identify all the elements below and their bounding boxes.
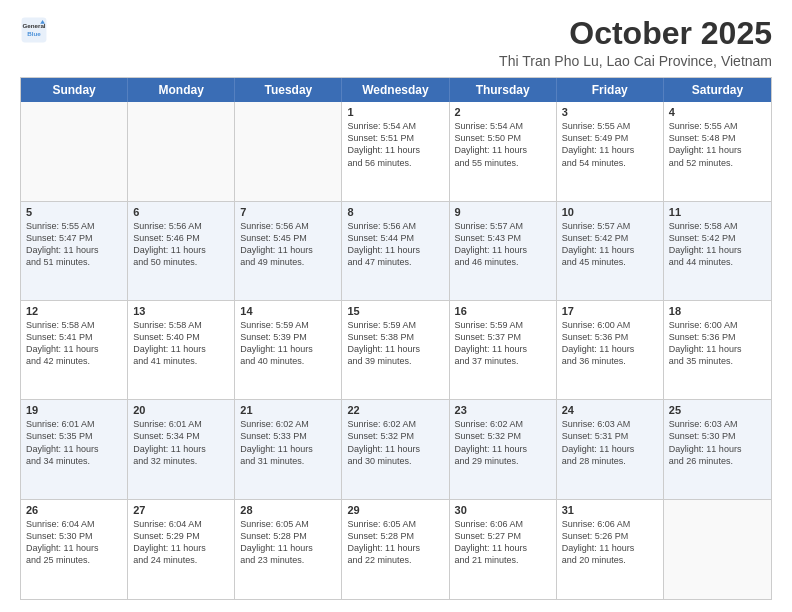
cell-info-line: Daylight: 11 hours [455,542,551,554]
cell-info-line: and 23 minutes. [240,554,336,566]
cell-info-line: Sunset: 5:47 PM [26,232,122,244]
cell-info-line: and 29 minutes. [455,455,551,467]
cell-info-line: and 35 minutes. [669,355,766,367]
cell-info-line: Sunrise: 6:02 AM [455,418,551,430]
month-title: October 2025 [499,16,772,51]
cell-info-line: Sunset: 5:26 PM [562,530,658,542]
cell-info-line: and 47 minutes. [347,256,443,268]
day-number: 9 [455,206,551,218]
cell-info-line: and 22 minutes. [347,554,443,566]
cell-info-line: Sunset: 5:29 PM [133,530,229,542]
day-of-week-header: Sunday [21,78,128,102]
day-number: 15 [347,305,443,317]
cell-info-line: Daylight: 11 hours [133,244,229,256]
cell-info-line: Daylight: 11 hours [669,144,766,156]
calendar-cell: 2Sunrise: 5:54 AMSunset: 5:50 PMDaylight… [450,102,557,200]
cell-info-line: Sunset: 5:32 PM [455,430,551,442]
cell-info-line: and 40 minutes. [240,355,336,367]
cell-info-line: Daylight: 11 hours [562,144,658,156]
day-number: 7 [240,206,336,218]
cell-info-line: Daylight: 11 hours [455,144,551,156]
calendar-body: 1Sunrise: 5:54 AMSunset: 5:51 PMDaylight… [21,102,771,599]
cell-info-line: and 42 minutes. [26,355,122,367]
cell-info-line: Sunrise: 5:56 AM [133,220,229,232]
cell-info-line: and 50 minutes. [133,256,229,268]
calendar-cell: 26Sunrise: 6:04 AMSunset: 5:30 PMDayligh… [21,500,128,599]
svg-text:Blue: Blue [27,30,41,37]
calendar-cell: 17Sunrise: 6:00 AMSunset: 5:36 PMDayligh… [557,301,664,399]
logo: General Blue [20,16,48,44]
calendar-cell: 18Sunrise: 6:00 AMSunset: 5:36 PMDayligh… [664,301,771,399]
day-number: 21 [240,404,336,416]
calendar-cell: 24Sunrise: 6:03 AMSunset: 5:31 PMDayligh… [557,400,664,498]
calendar-week: 26Sunrise: 6:04 AMSunset: 5:30 PMDayligh… [21,500,771,599]
calendar-cell: 12Sunrise: 5:58 AMSunset: 5:41 PMDayligh… [21,301,128,399]
day-number: 1 [347,106,443,118]
day-of-week-header: Monday [128,78,235,102]
calendar-cell: 7Sunrise: 5:56 AMSunset: 5:45 PMDaylight… [235,202,342,300]
cell-info-line: Daylight: 11 hours [240,542,336,554]
cell-info-line: and 44 minutes. [669,256,766,268]
cell-info-line: Sunset: 5:35 PM [26,430,122,442]
cell-info-line: and 24 minutes. [133,554,229,566]
cell-info-line: Daylight: 11 hours [26,244,122,256]
cell-info-line: Sunrise: 6:04 AM [26,518,122,530]
cell-info-line: Sunrise: 6:01 AM [133,418,229,430]
cell-info-line: Daylight: 11 hours [133,542,229,554]
cell-info-line: Daylight: 11 hours [133,343,229,355]
cell-info-line: Sunset: 5:44 PM [347,232,443,244]
cell-info-line: Sunset: 5:42 PM [562,232,658,244]
cell-info-line: and 37 minutes. [455,355,551,367]
cell-info-line: Daylight: 11 hours [347,343,443,355]
cell-info-line: Daylight: 11 hours [455,443,551,455]
calendar-cell: 3Sunrise: 5:55 AMSunset: 5:49 PMDaylight… [557,102,664,200]
calendar: SundayMondayTuesdayWednesdayThursdayFrid… [20,77,772,600]
cell-info-line: and 36 minutes. [562,355,658,367]
cell-info-line: and 41 minutes. [133,355,229,367]
calendar-cell: 4Sunrise: 5:55 AMSunset: 5:48 PMDaylight… [664,102,771,200]
cell-info-line: and 26 minutes. [669,455,766,467]
cell-info-line: Daylight: 11 hours [347,244,443,256]
day-of-week-header: Saturday [664,78,771,102]
cell-info-line: and 28 minutes. [562,455,658,467]
calendar-cell: 1Sunrise: 5:54 AMSunset: 5:51 PMDaylight… [342,102,449,200]
cell-info-line: and 31 minutes. [240,455,336,467]
day-number: 6 [133,206,229,218]
calendar-cell: 14Sunrise: 5:59 AMSunset: 5:39 PMDayligh… [235,301,342,399]
day-number: 22 [347,404,443,416]
cell-info-line: Sunrise: 6:02 AM [347,418,443,430]
cell-info-line: Daylight: 11 hours [240,443,336,455]
cell-info-line: Daylight: 11 hours [26,542,122,554]
cell-info-line: and 39 minutes. [347,355,443,367]
cell-info-line: Sunrise: 6:01 AM [26,418,122,430]
day-number: 29 [347,504,443,516]
cell-info-line: Sunset: 5:34 PM [133,430,229,442]
cell-info-line: Sunset: 5:41 PM [26,331,122,343]
cell-info-line: and 55 minutes. [455,157,551,169]
calendar-cell: 30Sunrise: 6:06 AMSunset: 5:27 PMDayligh… [450,500,557,599]
day-number: 13 [133,305,229,317]
day-number: 12 [26,305,122,317]
cell-info-line: Sunrise: 6:00 AM [562,319,658,331]
day-number: 11 [669,206,766,218]
cell-info-line: Sunrise: 5:59 AM [455,319,551,331]
cell-info-line: Sunrise: 5:58 AM [669,220,766,232]
cell-info-line: and 25 minutes. [26,554,122,566]
cell-info-line: Sunrise: 5:57 AM [455,220,551,232]
header: General Blue October 2025 Thi Tran Pho L… [20,16,772,69]
cell-info-line: and 49 minutes. [240,256,336,268]
cell-info-line: and 56 minutes. [347,157,443,169]
calendar-cell: 31Sunrise: 6:06 AMSunset: 5:26 PMDayligh… [557,500,664,599]
calendar-cell: 9Sunrise: 5:57 AMSunset: 5:43 PMDaylight… [450,202,557,300]
cell-info-line: and 20 minutes. [562,554,658,566]
calendar-cell [128,102,235,200]
cell-info-line: Daylight: 11 hours [669,443,766,455]
cell-info-line: Sunrise: 6:06 AM [455,518,551,530]
calendar-cell: 10Sunrise: 5:57 AMSunset: 5:42 PMDayligh… [557,202,664,300]
cell-info-line: Sunrise: 6:05 AM [347,518,443,530]
cell-info-line: and 46 minutes. [455,256,551,268]
day-number: 31 [562,504,658,516]
cell-info-line: Sunrise: 5:55 AM [26,220,122,232]
cell-info-line: Sunset: 5:43 PM [455,232,551,244]
cell-info-line: Sunset: 5:36 PM [669,331,766,343]
